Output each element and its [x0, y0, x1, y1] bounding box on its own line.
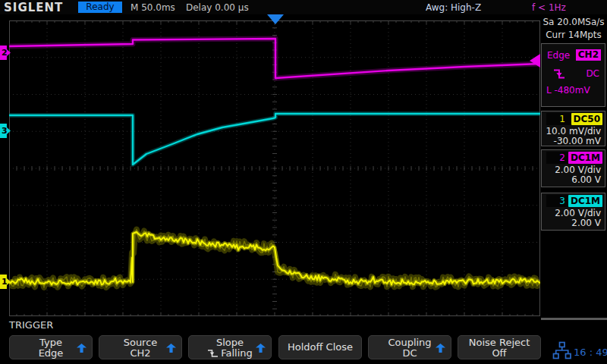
- menu-title: TRIGGER: [9, 319, 53, 331]
- menu-button-coupling[interactable]: Coupling DC: [368, 335, 451, 359]
- falling-edge-icon: [552, 68, 566, 80]
- channel-2-box[interactable]: 2 DC1M 2.00 V/div 6.00 V: [541, 149, 605, 187]
- falling-edge-icon: [207, 349, 219, 358]
- trigger-source-badge: CH2: [576, 49, 601, 61]
- trigger-coupling-label: DC: [586, 68, 599, 79]
- channel-3-offset-readout: 2.00 V: [542, 218, 601, 228]
- channel-2-coupling-badge: DC1M: [568, 152, 602, 164]
- menu-button-type[interactable]: Type Edge: [9, 335, 93, 359]
- trigger-frequency-readout: f < 1Hz: [532, 2, 566, 13]
- channel-3-box[interactable]: 3 DC1M 2.00 V/div 2.00 V: [541, 193, 605, 231]
- trigger-level-marker[interactable]: [530, 54, 540, 67]
- clock: 16 : 49: [574, 347, 607, 358]
- waveform-display: [9, 20, 540, 316]
- timebase-readout: M 50.0ms: [131, 2, 175, 13]
- sample-rate-readout: Sa 20.0MSa/s: [542, 16, 605, 29]
- top-status-bar: SIGLENT Ready M 50.0ms Delay 0.00 µs Awg…: [0, 0, 607, 14]
- menu-button-slope[interactable]: Slope Falling: [188, 335, 272, 359]
- menu-button-holdoff[interactable]: Holdoff Close: [278, 335, 362, 359]
- network-icon: [552, 341, 572, 360]
- channel-1-box[interactable]: 1 DC50 10.0 mV/div -30.00 mV: [541, 111, 605, 146]
- trigger-info-panel[interactable]: Edge CH2 DC L -480mV: [541, 43, 605, 107]
- trigger-position-marker[interactable]: [267, 14, 284, 24]
- memory-depth-readout: Curr 14Mpts: [542, 29, 605, 42]
- awg-impedance-readout: Awg: High-Z: [426, 2, 481, 13]
- channel-1-coupling-badge: DC50: [571, 113, 602, 125]
- acquisition-info: Sa 20.0MSa/s Curr 14Mpts: [542, 16, 605, 42]
- oscilloscope-screen: SIGLENT Ready M 50.0ms Delay 0.00 µs Awg…: [0, 0, 607, 364]
- acquisition-status-badge: Ready: [78, 2, 122, 13]
- sidebar-bottom-divider: [541, 318, 607, 320]
- menu-button-noise-reject[interactable]: Noise Reject Off: [458, 335, 541, 359]
- channel-2-offset-readout: 6.00 V: [542, 175, 601, 185]
- trigger-type-label: Edge: [547, 50, 570, 61]
- channel-3-coupling-badge: DC1M: [568, 195, 602, 207]
- brand-logo: SIGLENT: [4, 1, 63, 14]
- menu-button-source[interactable]: Source CH2: [99, 335, 182, 359]
- channel-1-offset-readout: -30.00 mV: [542, 136, 601, 146]
- delay-readout: Delay 0.00 µs: [186, 2, 249, 13]
- trigger-level-readout: L -480mV: [546, 85, 590, 96]
